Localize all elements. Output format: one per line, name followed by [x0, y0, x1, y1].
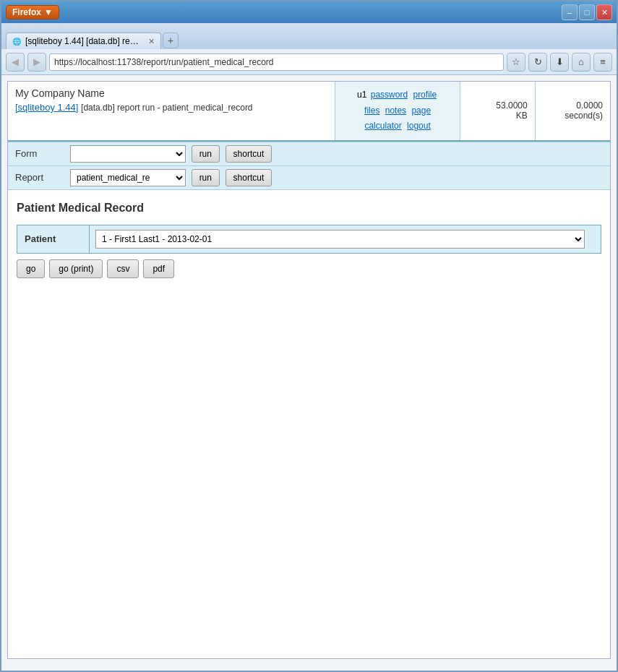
time-cell: 0.0000 second(s)	[535, 82, 610, 141]
nav-link-calculator[interactable]: calculator	[364, 121, 401, 131]
nav-link-logout[interactable]: logout	[407, 121, 431, 131]
navigation-bar: ◀ ▶ ☆ ↻ ⬇ ⌂ ≡	[1, 49, 617, 75]
tab-close-icon[interactable]: ✕	[148, 37, 155, 46]
refresh-button[interactable]: ↻	[528, 53, 547, 72]
patient-param-row: Patient 1 - First1 Last1 - 2013-02-01	[17, 225, 601, 253]
report-title: Patient Medical Record	[17, 202, 601, 215]
url-input[interactable]	[54, 57, 499, 67]
form-row: Form run shortcut	[8, 142, 610, 165]
app-container: My Company Name [sqliteboy 1.44] [data.d…	[7, 81, 611, 659]
report-input-cell: patient_medical_re run shortcut	[66, 165, 610, 189]
report-shortcut-button[interactable]: shortcut	[226, 169, 272, 186]
forward-button[interactable]: ▶	[27, 53, 46, 72]
csv-button[interactable]: csv	[107, 259, 139, 278]
size-unit: KB	[468, 111, 528, 121]
title-bar-left: Firefox ▼	[6, 5, 59, 20]
patient-select[interactable]: 1 - First1 Last1 - 2013-02-01	[95, 230, 585, 249]
bookmark-star-icon[interactable]: ☆	[507, 53, 525, 72]
form-label: Form	[8, 142, 66, 165]
maximize-button[interactable]: □	[579, 4, 595, 20]
firefox-dropdown-arrow: ▼	[44, 7, 53, 17]
browser-window: Firefox ▼ – □ ✕ 🌐 [sqliteboy 1.44] [data…	[0, 0, 618, 672]
home-button[interactable]: ⌂	[572, 53, 591, 72]
report-select[interactable]: patient_medical_re	[70, 169, 186, 186]
nav-link-notes[interactable]: notes	[385, 105, 406, 116]
window-controls: – □ ✕	[562, 4, 612, 20]
pdf-button[interactable]: pdf	[143, 259, 174, 278]
time-unit: second(s)	[543, 111, 603, 121]
nav-link-password[interactable]: password	[371, 90, 408, 100]
company-cell: My Company Name [sqliteboy 1.44] [data.d…	[8, 82, 335, 141]
nav-link-page[interactable]: page	[411, 105, 431, 116]
tab-bar: 🌐 [sqliteboy 1.44] [data.db] report run …	[1, 23, 617, 49]
report-run-button[interactable]: run	[192, 169, 220, 186]
action-buttons-row: go go (print) csv pdf	[17, 254, 601, 284]
header-subtitle: [data.db] report run - patient_medical_r…	[81, 103, 252, 113]
tab-label: [sqliteboy 1.44] [data.db] report run - …	[25, 36, 141, 46]
params-table: Patient 1 - First1 Last1 - 2013-02-01	[17, 225, 601, 254]
title-bar: Firefox ▼ – □ ✕	[1, 1, 617, 23]
nav-link-files[interactable]: files	[364, 105, 379, 116]
nav-prefix: u1	[357, 90, 366, 100]
active-tab[interactable]: 🌐 [sqliteboy 1.44] [data.db] report run …	[6, 33, 161, 49]
back-button[interactable]: ◀	[6, 53, 25, 72]
form-shortcut-button[interactable]: shortcut	[226, 145, 272, 163]
nav-links-cell: u1 password profile files notes page cal…	[335, 82, 460, 141]
patient-label: Patient	[17, 225, 90, 253]
download-button[interactable]: ⬇	[550, 53, 569, 72]
report-section: Patient Medical Record Patient 1 - First…	[8, 190, 610, 291]
menu-button[interactable]: ≡	[593, 53, 612, 72]
address-bar[interactable]	[49, 53, 504, 71]
close-button[interactable]: ✕	[596, 4, 612, 20]
app-link[interactable]: [sqliteboy 1.44]	[15, 102, 78, 113]
report-label: Report	[8, 165, 66, 189]
form-input-cell: run shortcut	[66, 142, 610, 165]
firefox-menu-button[interactable]: Firefox ▼	[6, 5, 59, 20]
minimize-button[interactable]: –	[562, 4, 578, 20]
company-name: My Company Name	[15, 87, 327, 99]
form-run-button[interactable]: run	[192, 145, 220, 163]
header-table: My Company Name [sqliteboy 1.44] [data.d…	[8, 82, 610, 142]
time-value: 0.0000	[543, 100, 603, 111]
go-button[interactable]: go	[17, 259, 45, 278]
report-row: Report patient_medical_re run shortcut	[8, 165, 610, 189]
size-cell: 53.0000 KB	[460, 82, 535, 141]
form-select[interactable]	[70, 145, 186, 163]
size-value: 53.0000	[468, 100, 528, 111]
controls-table: Form run shortcut Report patient_medic	[8, 142, 610, 190]
content-area: My Company Name [sqliteboy 1.44] [data.d…	[1, 75, 617, 671]
nav-link-profile[interactable]: profile	[413, 90, 437, 100]
go-print-button[interactable]: go (print)	[49, 259, 103, 278]
tab-favicon: 🌐	[12, 38, 21, 46]
patient-input-cell: 1 - First1 Last1 - 2013-02-01	[90, 225, 601, 253]
new-tab-button[interactable]: +	[163, 33, 179, 48]
firefox-label: Firefox	[12, 7, 41, 17]
